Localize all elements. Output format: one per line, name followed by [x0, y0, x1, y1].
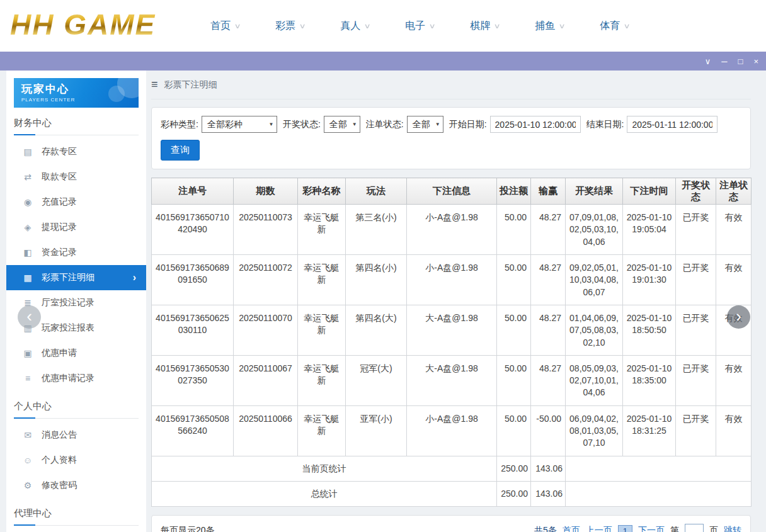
- nav-item[interactable]: 捕鱼 ∨: [535, 20, 564, 33]
- sidebar-item-label: 个人资料: [42, 455, 77, 466]
- cell-amount: 50.00: [497, 405, 531, 456]
- cell-order-no: 401569173650689091650: [152, 254, 234, 305]
- sidebar-subtitle: PLAYERS CENTER: [21, 97, 139, 103]
- sidebar-item[interactable]: ☺ 个人资料 ›: [6, 448, 146, 473]
- lottery-type-label: 彩种类型:: [161, 119, 198, 130]
- start-date-input[interactable]: [490, 116, 581, 133]
- total-summary-amount: 250.00: [497, 482, 531, 507]
- nav-item-label: 捕鱼: [535, 20, 555, 33]
- sidebar-item[interactable]: ▦ 彩票下注明细 ›: [6, 265, 146, 290]
- draw-status-value: 全部: [324, 119, 350, 130]
- sidebar-item[interactable]: ⇄ 取款专区 ›: [6, 164, 146, 190]
- table-column-header: 彩种名称: [298, 178, 346, 205]
- nav-item[interactable]: 体育 ∨: [600, 20, 629, 33]
- end-date-label: 结束日期:: [586, 119, 624, 130]
- window-maximize-icon[interactable]: □: [738, 57, 743, 65]
- cell-lottery: 幸运飞艇新: [298, 405, 346, 456]
- sidebar-item-label: 资金记录: [42, 247, 77, 258]
- sidebar-item-label: 玩家投注报表: [42, 322, 94, 334]
- cell-draw-status: 已开奖: [676, 305, 716, 355]
- first-page-link[interactable]: 首页: [563, 525, 580, 532]
- sidebar-item[interactable]: ≡ 优惠申请记录 ›: [6, 366, 146, 391]
- draw-status-filter: 开奖状态: 全部 ▼: [283, 116, 360, 133]
- cell-play: 冠军(大): [346, 355, 407, 405]
- sidebar-item-label: 取款专区: [42, 171, 77, 183]
- sidebar-item-icon: ◧: [23, 247, 33, 258]
- page-size-text: 每页显示20条: [161, 525, 215, 532]
- table-column-header: 投注额: [497, 178, 531, 205]
- cell-bet-time: 2025-01-10 18:31:25: [623, 405, 676, 456]
- search-button[interactable]: 查询: [161, 140, 200, 161]
- cell-order-status: 有效: [716, 405, 752, 456]
- section-title-finance: 财务中心: [14, 117, 139, 135]
- draw-status-select[interactable]: 全部 ▼: [324, 116, 360, 133]
- sidebar-item[interactable]: ▤ 存款专区 ›: [6, 139, 146, 164]
- personal-menu: ✉ 消息公告 › ☺ 个人资料 › ⚙ 修改密码 ›: [6, 422, 146, 498]
- order-status-value: 全部: [408, 119, 433, 130]
- page-summary-amount: 250.00: [497, 456, 531, 481]
- nav-item[interactable]: 棋牌 ∨: [470, 20, 500, 33]
- sidebar-item-label: 充值记录: [42, 196, 77, 208]
- cell-lottery: 幸运飞艇新: [298, 205, 346, 255]
- cell-order-status: 有效: [716, 355, 752, 405]
- cell-draw-result: 07,09,01,08,02,05,03,10,04,06: [566, 205, 623, 255]
- sidebar-item[interactable]: ✉ 消息公告 ›: [6, 422, 146, 448]
- cell-bet-info: 小-A盘@1.98: [407, 205, 497, 255]
- window-close-icon[interactable]: ×: [753, 57, 758, 65]
- cell-issue: 20250110072: [234, 254, 298, 305]
- order-status-select[interactable]: 全部 ▼: [407, 116, 443, 133]
- chevron-down-icon: ∨: [559, 22, 566, 30]
- cell-issue: 20250110073: [234, 205, 298, 255]
- window-collapse-icon[interactable]: ∨: [705, 57, 711, 65]
- nav-item-label: 彩票: [275, 20, 295, 33]
- sidebar-item[interactable]: ⚙ 修改密码 ›: [6, 473, 146, 498]
- table-column-header: 输赢: [531, 178, 566, 205]
- total-summary-win-loss: 143.06: [531, 482, 566, 507]
- nav-item[interactable]: 电子 ∨: [405, 20, 435, 33]
- breadcrumb: ≡ 彩票下注明细: [151, 71, 751, 99]
- carousel-right-button[interactable]: ›: [727, 305, 750, 329]
- menu-icon[interactable]: ≡: [151, 78, 158, 91]
- cell-order-no: 401569173650710420490: [152, 205, 234, 255]
- nav-item[interactable]: 首页 ∨: [210, 20, 240, 33]
- nav-item[interactable]: 彩票 ∨: [275, 20, 305, 33]
- sidebar-item-label: 存款专区: [42, 146, 77, 157]
- sidebar-item[interactable]: ◈ 提现记录 ›: [6, 215, 146, 240]
- table-column-header: 开奖结果: [566, 178, 623, 205]
- table-header-row: 注单号 期数 彩种名称 玩法 下注信息 投注额 输赢 开奖结果 下注时间: [152, 178, 752, 205]
- next-page-link[interactable]: 下一页: [638, 525, 665, 532]
- sidebar-item-label: 修改密码: [42, 480, 77, 491]
- sidebar-item[interactable]: ▣ 优惠申请 ›: [6, 341, 146, 366]
- table-row: 401569173650710420490 20250110073 幸运飞艇新 …: [152, 205, 752, 255]
- cell-play: 第四名(小): [346, 254, 407, 305]
- cell-draw-status: 已开奖: [676, 254, 716, 305]
- dropdown-arrow-icon: ▼: [350, 122, 360, 127]
- carousel-left-button[interactable]: ‹: [18, 305, 41, 329]
- page-summary-empty: [566, 456, 752, 481]
- jump-page-input[interactable]: [685, 524, 704, 532]
- sidebar-item[interactable]: ◧ 资金记录 ›: [6, 240, 146, 265]
- lottery-type-select[interactable]: 全部彩种 ▼: [202, 116, 277, 133]
- lottery-type-filter: 彩种类型: 全部彩种 ▼: [161, 116, 277, 133]
- window-minimize-icon[interactable]: ─: [721, 57, 727, 65]
- cell-play: 第三名(小): [346, 205, 407, 255]
- nav-item[interactable]: 真人 ∨: [340, 20, 370, 33]
- sidebar-item[interactable]: ◉ 充值记录 ›: [6, 190, 146, 215]
- current-page-badge[interactable]: 1: [618, 525, 632, 532]
- cell-issue: 20250110070: [234, 305, 298, 355]
- window-controls: ∨ ─ □ ×: [705, 52, 758, 71]
- sidebar-item-label: 优惠申请记录: [42, 373, 94, 384]
- cell-order-no: 401569173650625030110: [152, 305, 234, 355]
- nav-item-label: 首页: [210, 20, 231, 33]
- end-date-input[interactable]: [627, 116, 717, 133]
- order-status-label: 注单状态:: [366, 119, 404, 130]
- sidebar-item-label: 厅室投注记录: [42, 297, 94, 308]
- cell-bet-time: 2025-01-10 18:35:00: [623, 355, 676, 405]
- sidebar-item-label: 优惠申请: [42, 348, 77, 359]
- table-row: 401569173650530027350 20250110067 幸运飞艇新 …: [152, 355, 752, 405]
- jump-button[interactable]: 跳转: [724, 525, 741, 532]
- sidebar-title: 玩家中心: [21, 82, 139, 96]
- cell-amount: 50.00: [497, 205, 531, 255]
- prev-page-link[interactable]: 上一页: [586, 525, 612, 532]
- cell-play: 亚军(小): [346, 405, 407, 456]
